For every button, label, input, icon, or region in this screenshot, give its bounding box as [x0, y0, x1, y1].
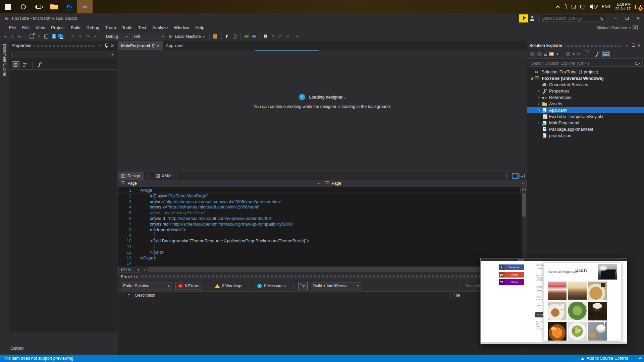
new-project-dropdown-icon[interactable]: ▾ [36, 33, 42, 40]
error-source-dropdown[interactable]: Build + IntelliSense▾ [311, 282, 361, 290]
editor-horizontal-scrollbar[interactable] [148, 267, 519, 272]
captcha-tile-pancakes[interactable] [588, 282, 607, 300]
editor-vertical-scrollbar[interactable]: ▼ [522, 187, 527, 266]
tree-item-properties[interactable]: ▷Properties [527, 88, 644, 94]
security-shield-icon[interactable] [572, 5, 576, 9]
menu-file[interactable]: File [6, 24, 19, 31]
captcha-tile-breakfast[interactable] [548, 302, 567, 320]
tree-item-project-json[interactable]: project.json [527, 132, 644, 139]
menu-view[interactable]: View [33, 24, 48, 31]
google-login-button[interactable]: g+Google [499, 272, 524, 278]
xaml-view-tab[interactable]: ▣ XAML [152, 172, 176, 180]
start-button[interactable] [0, 0, 15, 13]
menu-team[interactable]: Team [102, 24, 119, 31]
notifications-flag-button[interactable] [519, 14, 528, 22]
toolbar-overflow-icon[interactable]: ▾ [294, 33, 300, 40]
filter-dropdown-icon[interactable]: ▾ [573, 51, 575, 57]
error-list-header[interactable]: Error List [118, 273, 527, 281]
home-button[interactable]: ⌂ [544, 51, 547, 57]
collapse-arrow-icon[interactable]: ◢ [529, 77, 534, 80]
swap-panes-icon[interactable]: ↑↓ [144, 174, 152, 178]
user-dropdown-icon[interactable]: ▾ [629, 26, 631, 29]
clear-bookmarks-button[interactable]: ✕ [285, 33, 291, 40]
speaker-icon[interactable] [590, 5, 592, 8]
captcha-tile-beans[interactable] [588, 302, 607, 320]
code-line-14[interactable]: 14 [118, 261, 521, 266]
tree-item-assets[interactable]: ▷Assets [527, 101, 644, 107]
output-panel-title[interactable]: Output [10, 346, 23, 351]
redo-button[interactable]: ↷ [85, 33, 91, 40]
back-button[interactable]: ◄ [530, 51, 535, 57]
tree-item-app-xaml[interactable]: ▷App.xaml [527, 107, 644, 113]
tray-chevron-icon[interactable] [556, 5, 559, 9]
captcha-tile-cake[interactable] [548, 282, 567, 300]
expand-arrow-icon[interactable]: ▷ [537, 109, 541, 112]
quick-launch-box[interactable] [539, 15, 605, 22]
captcha-tile-salad[interactable] [568, 302, 587, 320]
menu-analyze[interactable]: Analyze [149, 24, 171, 31]
language-indicator[interactable]: ENG [602, 4, 610, 9]
pen-icon[interactable] [595, 5, 598, 8]
xaml-designer-pane[interactable]: i Loading designer... You can continue w… [118, 50, 527, 172]
sync-with-active-document-button[interactable]: ⇄ [549, 51, 554, 57]
pin-icon[interactable] [630, 43, 636, 49]
split-grip-icon[interactable] [522, 188, 526, 191]
avatar[interactable] [633, 25, 638, 30]
solution-platform-dropdown[interactable]: x86▾ [131, 33, 166, 40]
menu-tools[interactable]: Tools [119, 24, 135, 31]
navigate-back-dropdown-icon[interactable]: ▾ [9, 33, 15, 40]
menu-test[interactable]: Test [135, 24, 149, 31]
preview-selected-items-button[interactable] [602, 51, 610, 57]
previous-bookmark-button[interactable]: ↰ [270, 33, 276, 40]
property-pages-button[interactable] [36, 61, 43, 68]
pending-changes-filter-button[interactable] [566, 51, 570, 57]
expand-arrow-icon[interactable]: ▷ [537, 89, 541, 93]
navigate-back-button[interactable]: ◄ [2, 33, 8, 40]
new-project-button[interactable] [29, 33, 35, 40]
navigate-forward-button[interactable]: ► [17, 33, 23, 40]
tree-item-foxtube-universal-windows[interactable]: ◢FoxTube (Universal Windows) [527, 75, 644, 81]
close-button[interactable]: ✕ [633, 13, 644, 23]
usb-icon[interactable] [564, 5, 567, 9]
severity-column-header[interactable] [118, 294, 132, 297]
start-debugging-button[interactable]: Local Machine▾ [167, 33, 207, 40]
redo-dropdown-icon[interactable]: ▾ [92, 33, 98, 40]
bookmark-button[interactable] [263, 33, 269, 40]
design-breadcrumb[interactable]: <> Page ▾ [118, 180, 322, 187]
quick-launch-input[interactable] [542, 16, 600, 21]
clock[interactable]: 5:16 PM22-Jul-17 [615, 2, 631, 11]
code-line-9[interactable]: 9 [118, 233, 521, 238]
tree-item-foxtube-temporarykey-pfx[interactable]: FoxTube_TemporaryKey.pfx [527, 113, 644, 120]
newsletter-checkbox[interactable] [537, 305, 541, 309]
add-item-button[interactable] [43, 33, 49, 40]
messages-filter-button[interactable]: i0 Messages [255, 282, 288, 290]
window-position-icon[interactable]: ▾ [624, 43, 630, 49]
tree-item-references[interactable]: ▷References [527, 94, 644, 101]
status-chevron-icon[interactable] [639, 357, 642, 361]
code-line-13[interactable]: 13</Page> [118, 255, 521, 261]
yahoo-login-button[interactable]: Y!Yahoo [499, 279, 524, 285]
copy-properties-button[interactable] [232, 33, 238, 40]
scroll-left-icon[interactable]: ◄ [141, 268, 148, 272]
zoom-level-dropdown[interactable]: 100 %▾ [118, 267, 141, 273]
tree-item-connected-services[interactable]: Connected Services [527, 81, 644, 88]
tab-close-icon[interactable]: ✕ [157, 44, 160, 48]
error-list-body[interactable] [118, 299, 527, 355]
next-bookmark-button[interactable]: ↱ [277, 33, 283, 40]
user-name[interactable]: Michael Gordeev [597, 25, 627, 30]
visual-studio-button[interactable]: ∞ [77, 0, 93, 13]
menu-edit[interactable]: Edit [19, 24, 33, 31]
selected-object-dropdown[interactable]: ▾ [11, 51, 115, 58]
vertical-split-icon[interactable] [506, 174, 511, 178]
close-panel-icon[interactable]: ✕ [636, 43, 642, 49]
solution-explorer-search-box[interactable]: ▾ [529, 60, 643, 67]
save-all-button[interactable] [58, 33, 64, 40]
properties-button[interactable] [595, 51, 600, 57]
solution-explorer-header[interactable]: Solution Explorer ▾ ✕ [527, 41, 644, 50]
save-button[interactable] [51, 33, 57, 40]
menu-build[interactable]: Build [68, 24, 84, 31]
menu-project[interactable]: Project [48, 24, 67, 31]
file-explorer-button[interactable] [46, 0, 62, 13]
expand-arrow-icon[interactable]: ▷ [537, 102, 541, 105]
undo-button[interactable]: ↶ [70, 33, 76, 40]
